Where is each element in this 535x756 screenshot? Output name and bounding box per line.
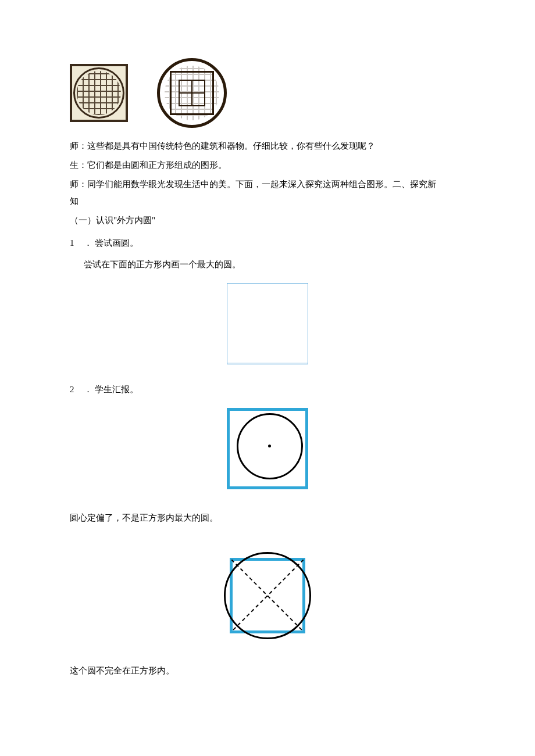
- student-dialog: 生：它们都是由圆和正方形组成的图形。: [70, 157, 465, 173]
- teacher-dialog-2b: 知: [70, 194, 465, 209]
- lattice-square-ornament: [70, 64, 128, 122]
- item-1-description: 尝试在下面的正方形内画一个最大的圆。: [70, 257, 465, 273]
- item-number: 1: [70, 235, 81, 251]
- teacher-dialog-1: 师：这些都是具有中国传统特色的建筑和器物。仔细比较，你有些什么发现呢？: [70, 138, 465, 154]
- note-offset-center: 圆心定偏了，不是正方形内最大的圆。: [70, 510, 465, 526]
- square-oversize-circle-figure: [221, 549, 314, 642]
- lattice-square-pattern: [77, 71, 121, 115]
- square-offset-circle-figure: [227, 408, 308, 489]
- figure-2-container: [70, 408, 465, 489]
- lattice-circle-ornament: [157, 58, 227, 128]
- list-item-1: 1 ． 尝试画圆。: [70, 235, 465, 251]
- subsection-heading: （一）认识"外方内圆": [70, 213, 465, 228]
- item-number: 2: [70, 382, 81, 397]
- oversize-circle: [224, 552, 311, 639]
- note-circle-overflow: 这个圆不完全在正方形内。: [70, 663, 465, 679]
- empty-square-figure: [227, 283, 308, 364]
- list-item-2: 2 ． 学生汇报。: [70, 382, 465, 397]
- lattice-circle-inner-square: [170, 71, 214, 115]
- decorative-images-row: [70, 58, 465, 128]
- item-separator: ．: [84, 238, 92, 248]
- teacher-dialog-2a: 师：同学们能用数学眼光发现生活中的美。下面，一起来深入探究这两种组合图形。二、探…: [70, 177, 465, 192]
- figure-3-container: [70, 549, 465, 642]
- circle-center-dot: [268, 445, 271, 447]
- item-separator: ．: [84, 385, 92, 394]
- item-title: 尝试画圆。: [95, 238, 138, 248]
- item-title: 学生汇报。: [95, 385, 138, 394]
- figure-1-container: [70, 283, 465, 364]
